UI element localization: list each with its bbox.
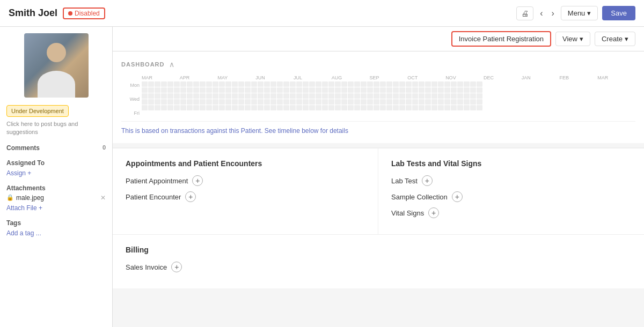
month-feb: FEB	[559, 75, 597, 80]
lab-test-item: Lab Test +	[391, 175, 631, 186]
billing-section: Billing Sales Invoice +	[113, 234, 644, 288]
add-tag-link[interactable]: Add a tag ...	[6, 229, 41, 237]
month-may: MAY	[218, 75, 256, 80]
comments-count: 0	[103, 144, 106, 151]
month-sep: SEP	[370, 75, 408, 80]
vital-signs-item: Vital Signs +	[391, 207, 631, 218]
month-jun: JUN	[255, 75, 294, 80]
lab-title: Lab Tests and Vital Signs	[391, 159, 631, 168]
patient-encounter-label: Patient Encounter	[126, 193, 181, 201]
sample-collection-item: Sample Collection +	[391, 191, 631, 202]
day-mon: Mon	[121, 83, 142, 88]
chevron-down-icon: ▾	[580, 35, 583, 43]
comments-section: Comments 0	[6, 144, 106, 152]
add-sales-invoice-button[interactable]: +	[171, 262, 182, 272]
sections-grid: Appointments and Patient Encounters Pati…	[113, 148, 644, 234]
heatmap: MAR APR MAY JUN JUL AUG SEP OCT NOV DEC …	[121, 75, 635, 116]
month-mar1: MAR	[142, 75, 180, 80]
dev-text: Click here to post bugs and suggestions	[6, 120, 106, 137]
month-aug: AUG	[332, 75, 370, 80]
content-area: Invoice Patient Registration View ▾ Crea…	[113, 27, 644, 327]
sales-invoice-item: Sales Invoice +	[126, 262, 631, 272]
dashboard-note: This is based on transactions against th…	[121, 121, 635, 135]
month-mar2: MAR	[597, 75, 635, 80]
avatar-container	[6, 33, 106, 98]
patient-appointment-item: Patient Appointment +	[126, 175, 365, 186]
sections-container: Appointments and Patient Encounters Pati…	[113, 147, 644, 288]
dashboard-panel: DASHBOARD ∧ MAR APR MAY JUN JUL AUG SEP …	[113, 51, 644, 143]
header-right: 🖨 ‹ › Menu ▾ Save	[516, 6, 635, 20]
dashboard-title: DASHBOARD	[121, 61, 165, 68]
collapse-button[interactable]: ∧	[169, 60, 174, 69]
add-lab-test-button[interactable]: +	[422, 175, 433, 186]
header-left: Smith Joel Disabled	[9, 8, 105, 19]
add-patient-encounter-button[interactable]: +	[185, 191, 196, 202]
tags-section: Tags Add a tag ...	[6, 219, 106, 237]
dashboard-header: DASHBOARD ∧	[121, 60, 635, 69]
attachments-label: Attachments	[6, 184, 106, 192]
avatar	[24, 33, 89, 98]
top-header: Smith Joel Disabled 🖨 ‹ › Menu ▾ Save	[0, 0, 644, 27]
attach-file-link[interactable]: Attach File +	[6, 204, 42, 212]
month-nov: NOV	[445, 75, 484, 80]
invoice-patient-registration-button[interactable]: Invoice Patient Registration	[451, 31, 551, 47]
appointments-section: Appointments and Patient Encounters Pati…	[113, 148, 378, 234]
disabled-label: Disabled	[75, 10, 100, 17]
sub-header: Invoice Patient Registration View ▾ Crea…	[113, 27, 644, 51]
heatmap-grid	[142, 81, 635, 116]
comments-label: Comments 0	[6, 144, 106, 152]
save-button[interactable]: Save	[602, 6, 635, 20]
add-patient-appointment-button[interactable]: +	[192, 175, 203, 186]
attachment-name: 🔒 male.jpeg	[6, 194, 44, 202]
month-oct: OCT	[407, 75, 445, 80]
day-wed: Wed	[121, 96, 142, 102]
month-jan: JAN	[522, 75, 560, 80]
attachment-row: 🔒 male.jpeg ✕	[6, 194, 106, 202]
assigned-to-label: Assigned To	[6, 159, 106, 167]
attachments-section: Attachments 🔒 male.jpeg ✕ Attach File +	[6, 184, 106, 212]
menu-button[interactable]: Menu ▾	[561, 6, 598, 20]
disabled-badge: Disabled	[63, 8, 105, 19]
month-dec: DEC	[484, 75, 522, 80]
chevron-down-icon: ▾	[587, 9, 591, 17]
remove-attachment-button[interactable]: ✕	[100, 194, 106, 202]
sidebar: Under Development Click here to post bug…	[0, 27, 113, 327]
patient-encounter-item: Patient Encounter +	[126, 191, 365, 202]
sales-invoice-label: Sales Invoice	[126, 263, 167, 271]
vital-signs-label: Vital Signs	[391, 209, 424, 217]
lock-icon: 🔒	[6, 194, 14, 201]
add-sample-collection-button[interactable]: +	[452, 191, 463, 202]
patient-appointment-label: Patient Appointment	[126, 177, 188, 185]
chevron-down-icon: ▾	[625, 35, 628, 43]
lab-test-label: Lab Test	[391, 177, 418, 185]
assigned-to-section: Assigned To Assign +	[6, 159, 106, 177]
appointments-title: Appointments and Patient Encounters	[126, 159, 365, 168]
main-layout: Under Development Click here to post bug…	[0, 27, 644, 327]
disabled-dot-icon	[68, 11, 72, 16]
month-jul: JUL	[294, 75, 332, 80]
prev-button[interactable]: ‹	[538, 6, 545, 20]
add-vital-signs-button[interactable]: +	[428, 207, 439, 218]
next-button[interactable]: ›	[550, 6, 557, 20]
sample-collection-label: Sample Collection	[391, 193, 448, 201]
tags-label: Tags	[6, 219, 106, 227]
view-button[interactable]: View ▾	[555, 32, 590, 46]
assign-link[interactable]: Assign +	[6, 169, 31, 177]
lab-section: Lab Tests and Vital Signs Lab Test + Sam…	[378, 148, 644, 234]
dev-badge[interactable]: Under Development	[6, 105, 69, 117]
print-button[interactable]: 🖨	[516, 6, 533, 20]
page-title: Smith Joel	[9, 8, 57, 19]
month-apr: APR	[180, 75, 218, 80]
create-button[interactable]: Create ▾	[595, 32, 635, 46]
day-fri: Fri	[121, 110, 142, 116]
billing-title: Billing	[126, 246, 631, 254]
